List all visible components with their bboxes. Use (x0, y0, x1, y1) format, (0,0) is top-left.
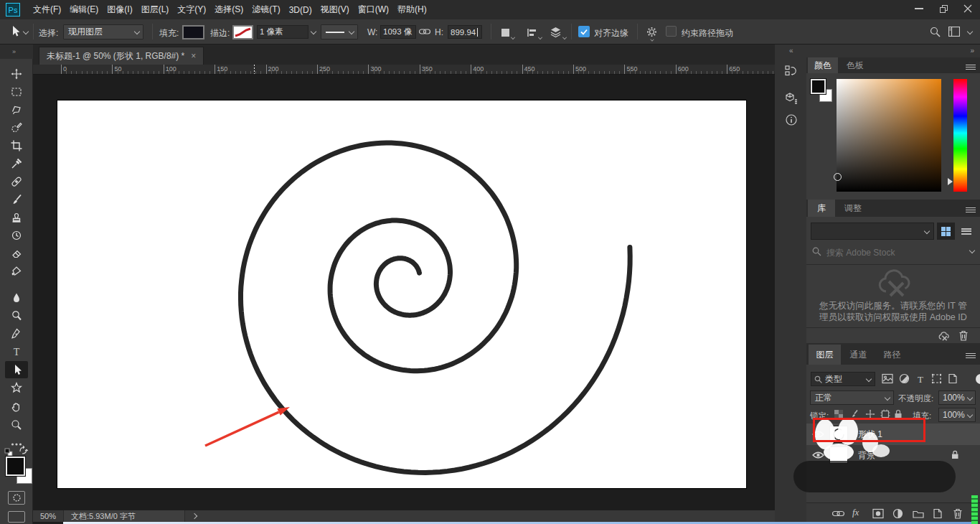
menu-type[interactable]: 文字(Y) (173, 4, 210, 16)
workspace-icon[interactable] (948, 27, 960, 37)
document-tab[interactable]: 未标题-1 @ 50% (形状 1, RGB/8#) * × (39, 47, 204, 65)
workspace-chevron[interactable] (967, 29, 973, 34)
color-hue-strip[interactable] (953, 79, 967, 192)
marquee-tool[interactable] (5, 83, 28, 100)
path-operations-icon[interactable] (501, 28, 510, 37)
stroke-swatch[interactable] (232, 25, 253, 39)
library-search-chevron[interactable] (969, 248, 975, 253)
filter-type-layers-icon[interactable]: T (915, 373, 925, 384)
default-colors-icon[interactable] (4, 448, 13, 457)
fill-swatch[interactable] (182, 25, 204, 39)
layer-filter-dropdown[interactable]: 类型 (811, 372, 875, 386)
lasso-tool[interactable] (5, 101, 28, 118)
minimize-button[interactable] (907, 0, 931, 17)
path-alignment-icon[interactable] (527, 28, 537, 37)
search-icon[interactable] (930, 27, 941, 37)
quick-mask-button[interactable] (8, 491, 25, 505)
zoom-tool[interactable] (5, 416, 28, 434)
restore-button[interactable] (931, 0, 956, 17)
eyedropper-tool[interactable] (5, 155, 28, 172)
align-edges-checkbox[interactable] (578, 26, 590, 37)
library-type-dropdown[interactable] (811, 223, 934, 240)
height-input[interactable]: 899.94 (448, 25, 482, 39)
gear-icon[interactable] (646, 27, 657, 37)
menu-help[interactable]: 帮助(H) (393, 4, 431, 16)
layers-panel-menu-icon[interactable] (966, 352, 976, 360)
3d-panel-icon[interactable] (785, 92, 799, 106)
tab-channels[interactable]: 通道 (842, 345, 875, 365)
select-mode-dropdown[interactable]: 现用图层 (63, 24, 143, 39)
new-group-icon[interactable] (913, 509, 924, 518)
menu-image[interactable]: 图像(I) (103, 4, 136, 16)
dodge-tool[interactable] (5, 307, 28, 324)
quick-selection-tool[interactable] (5, 119, 28, 136)
filter-pixel-layers-icon[interactable] (882, 373, 893, 384)
color-foreground-swatch[interactable] (811, 79, 826, 94)
library-trash-icon[interactable] (958, 330, 969, 341)
constrain-path-checkbox[interactable] (666, 26, 677, 37)
healing-brush-tool[interactable] (5, 173, 28, 190)
delete-layer-icon[interactable] (953, 508, 963, 519)
color-saturation-box[interactable] (837, 79, 941, 192)
swap-colors-icon[interactable] (19, 445, 29, 455)
library-sync-disabled-icon[interactable] (938, 332, 950, 342)
info-panel-icon[interactable] (785, 113, 799, 128)
new-layer-icon[interactable] (933, 508, 943, 519)
stroke-width-input[interactable]: 1 像素 (257, 25, 308, 39)
tab-library[interactable]: 库 (808, 200, 835, 217)
gradient-tool[interactable] (5, 263, 28, 280)
document-tab-close[interactable]: × (191, 51, 196, 61)
move-tool[interactable] (5, 65, 28, 83)
close-button[interactable] (956, 0, 980, 17)
history-panel-icon[interactable] (785, 65, 799, 79)
tab-swatches[interactable]: 色板 (839, 57, 871, 73)
width-input[interactable]: 1093 像 (380, 25, 416, 39)
library-grid-view-button[interactable] (937, 223, 955, 240)
tab-layers[interactable]: 图层 (809, 345, 841, 365)
menu-window[interactable]: 窗口(W) (354, 4, 393, 16)
filter-smart-objects-icon[interactable] (948, 373, 958, 384)
hand-tool[interactable] (5, 398, 28, 416)
foreground-color-swatch[interactable] (6, 457, 25, 476)
crop-tool[interactable] (5, 137, 28, 154)
library-list-view-button[interactable] (957, 223, 975, 240)
stroke-width-chevron[interactable] (311, 29, 316, 34)
document-canvas[interactable] (57, 100, 746, 488)
blur-tool[interactable] (5, 289, 28, 307)
filter-adjustment-layers-icon[interactable] (899, 373, 910, 384)
tab-paths[interactable]: 路径 (876, 345, 908, 365)
hue-slider-triangle[interactable] (948, 178, 956, 185)
menu-edit[interactable]: 编辑(E) (65, 4, 103, 16)
menu-view[interactable]: 视图(V) (316, 4, 354, 16)
brush-tool[interactable] (5, 191, 28, 208)
status-chevron[interactable] (192, 513, 197, 519)
layer-filter-toggle[interactable] (976, 374, 980, 384)
toolbar-collapse[interactable]: » (0, 45, 33, 59)
link-layers-icon[interactable] (832, 510, 844, 518)
new-adjustment-layer-icon[interactable] (892, 508, 903, 519)
color-cursor[interactable] (834, 173, 842, 181)
menu-file[interactable]: 文件(F) (29, 4, 65, 16)
custom-shape-tool[interactable] (5, 379, 28, 396)
tab-adjustments[interactable]: 调整 (837, 200, 870, 217)
clone-stamp-tool[interactable] (5, 209, 28, 226)
fill-value[interactable]: 100% (938, 408, 976, 422)
library-search-placeholder[interactable]: 搜索 Adobe Stock (826, 247, 895, 259)
type-tool[interactable]: T (5, 343, 28, 360)
stroke-style-dropdown[interactable] (321, 24, 358, 39)
tool-preset-chevron[interactable] (23, 29, 29, 34)
filter-shape-layers-icon[interactable] (931, 373, 942, 384)
menu-layer[interactable]: 图层(L) (137, 4, 174, 16)
add-mask-icon[interactable] (872, 508, 884, 519)
blend-mode-dropdown[interactable]: 正常 (810, 390, 894, 405)
opacity-value[interactable]: 100% (938, 390, 976, 405)
link-dimensions-icon[interactable] (419, 28, 430, 35)
pen-tool[interactable] (5, 325, 28, 342)
eraser-tool[interactable] (5, 245, 28, 262)
screen-mode-button[interactable] (8, 511, 25, 523)
zoom-level[interactable]: 50% (40, 512, 56, 520)
library-panel-menu-icon[interactable] (966, 206, 976, 214)
menu-select[interactable]: 选择(S) (210, 4, 248, 16)
expand-dock-icon[interactable]: » (970, 47, 974, 55)
tab-color[interactable]: 颜色 (808, 57, 838, 73)
